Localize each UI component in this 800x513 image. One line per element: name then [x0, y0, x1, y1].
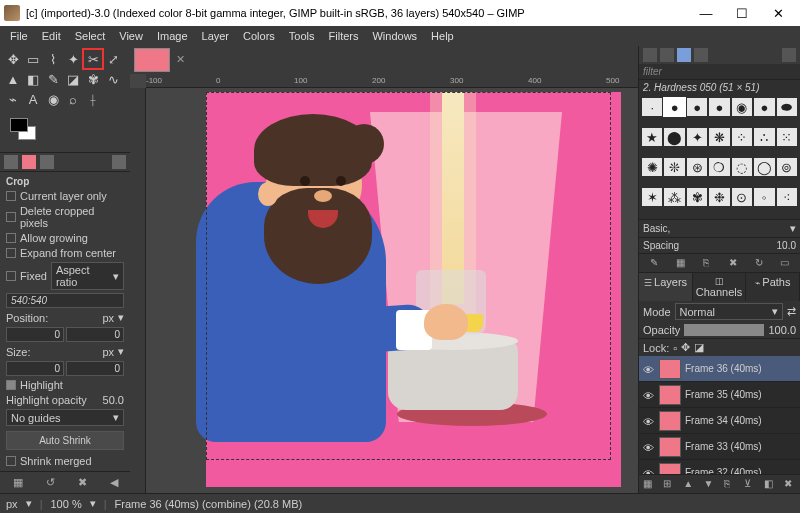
- auto-shrink-button[interactable]: Auto Shrink: [6, 431, 124, 450]
- close-button[interactable]: ✕: [760, 0, 796, 26]
- brush-item[interactable]: ·: [642, 98, 662, 116]
- reset-options-icon[interactable]: ◀: [110, 476, 118, 489]
- menu-layer[interactable]: Layer: [196, 28, 236, 44]
- mode-dropdown[interactable]: Normal▾: [675, 303, 783, 320]
- layer-name[interactable]: Frame 32 (40ms): [685, 467, 796, 474]
- chk-expand-center[interactable]: [6, 248, 16, 258]
- pos-y-input[interactable]: 0: [66, 327, 124, 342]
- layer-row[interactable]: 👁Frame 36 (40ms): [639, 356, 800, 382]
- measure-tool[interactable]: ⟊: [84, 90, 102, 108]
- menu-view[interactable]: View: [113, 28, 149, 44]
- brush-item[interactable]: ⊚: [777, 158, 797, 176]
- pencil-tool[interactable]: ✎: [44, 70, 62, 88]
- crop-tool[interactable]: ✂: [84, 50, 102, 68]
- brush-preset-dropdown[interactable]: Basic,: [643, 223, 786, 234]
- refresh-brush-icon[interactable]: ↻: [753, 257, 765, 269]
- ratio-input[interactable]: 540:540: [6, 293, 124, 308]
- menu-tools[interactable]: Tools: [283, 28, 321, 44]
- delete-options-icon[interactable]: ✖: [78, 476, 87, 489]
- lock-alpha-icon[interactable]: ◪: [694, 341, 704, 354]
- menu-file[interactable]: File: [4, 28, 34, 44]
- lock-position-icon[interactable]: ✥: [681, 341, 690, 354]
- tab-channels[interactable]: ◫ Channels: [693, 273, 747, 301]
- device-status-tab-icon[interactable]: [22, 155, 36, 169]
- layer-name[interactable]: Frame 34 (40ms): [685, 415, 796, 426]
- chk-fixed[interactable]: [6, 271, 16, 281]
- brush-item[interactable]: ❋: [709, 128, 729, 146]
- mode-switch-icon[interactable]: ⇄: [787, 305, 796, 318]
- brush-item[interactable]: ⬬: [777, 98, 797, 116]
- fg-swatch[interactable]: [10, 118, 28, 132]
- menu-edit[interactable]: Edit: [36, 28, 67, 44]
- color-picker-tool[interactable]: ◉: [44, 90, 62, 108]
- close-tab-icon[interactable]: ✕: [176, 53, 185, 66]
- brush-item[interactable]: ⁂: [664, 188, 684, 206]
- brush-item[interactable]: ✶: [642, 188, 662, 206]
- brush-item[interactable]: ⬤: [664, 128, 684, 146]
- brush-item[interactable]: ●: [754, 98, 774, 116]
- spacing-value[interactable]: 10.0: [777, 240, 796, 251]
- layer-row[interactable]: 👁Frame 34 (40ms): [639, 408, 800, 434]
- restore-options-icon[interactable]: ↺: [46, 476, 55, 489]
- eraser-tool[interactable]: ◪: [64, 70, 82, 88]
- opacity-value[interactable]: 100.0: [768, 324, 796, 336]
- dock-menu-icon[interactable]: [782, 48, 796, 62]
- tab-layers[interactable]: ☰ Layers: [639, 273, 693, 301]
- menu-select[interactable]: Select: [69, 28, 112, 44]
- menu-help[interactable]: Help: [425, 28, 460, 44]
- brush-item[interactable]: ⁘: [732, 128, 752, 146]
- zoom-tool[interactable]: ⌕: [64, 90, 82, 108]
- new-group-icon[interactable]: ⊞: [663, 478, 675, 490]
- fuzzy-select-tool[interactable]: ✦: [64, 50, 82, 68]
- image-tab[interactable]: ✕: [134, 48, 170, 72]
- smudge-tool[interactable]: ∿: [104, 70, 122, 88]
- brush-item[interactable]: ⁖: [777, 188, 797, 206]
- canvas[interactable]: [146, 88, 638, 493]
- layer-row[interactable]: 👁Frame 33 (40ms): [639, 434, 800, 460]
- tab-paths[interactable]: ⌁ Paths: [746, 273, 800, 301]
- free-select-tool[interactable]: ⌇: [44, 50, 62, 68]
- fonts-tab-icon[interactable]: [677, 48, 691, 62]
- brush-item[interactable]: ✾: [687, 188, 707, 206]
- delete-layer-icon[interactable]: ✖: [784, 478, 796, 490]
- status-unit-dropdown[interactable]: px: [6, 498, 18, 510]
- history-tab-icon[interactable]: [694, 48, 708, 62]
- layer-row[interactable]: 👁Frame 32 (40ms): [639, 460, 800, 474]
- brush-item[interactable]: ❊: [664, 158, 684, 176]
- menu-filters[interactable]: Filters: [323, 28, 365, 44]
- brush-item[interactable]: ✦: [687, 128, 707, 146]
- fg-bg-color[interactable]: [4, 118, 44, 146]
- brush-item[interactable]: ◯: [754, 158, 774, 176]
- layer-row[interactable]: 👁Frame 35 (40ms): [639, 382, 800, 408]
- visibility-icon[interactable]: 👁: [643, 390, 655, 400]
- text-tool[interactable]: A: [24, 90, 42, 108]
- brush-item[interactable]: ❍: [709, 158, 729, 176]
- duplicate-brush-icon[interactable]: ⎘: [700, 257, 712, 269]
- chk-current-layer[interactable]: [6, 191, 16, 201]
- layer-name[interactable]: Frame 35 (40ms): [685, 389, 796, 400]
- brush-filter-input[interactable]: filter: [639, 64, 800, 79]
- move-tool[interactable]: ✥: [4, 50, 22, 68]
- brushes-tab-icon[interactable]: [643, 48, 657, 62]
- minimize-button[interactable]: —: [688, 0, 724, 26]
- chk-allow-growing[interactable]: [6, 233, 16, 243]
- menu-colors[interactable]: Colors: [237, 28, 281, 44]
- pos-x-input[interactable]: 0: [6, 327, 64, 342]
- brush-item[interactable]: ⊙: [732, 188, 752, 206]
- duplicate-layer-icon[interactable]: ⎘: [724, 478, 736, 490]
- save-options-icon[interactable]: ▦: [13, 476, 23, 489]
- layer-name[interactable]: Frame 33 (40ms): [685, 441, 796, 452]
- new-brush-icon[interactable]: ▦: [674, 257, 686, 269]
- chk-shrink-merged[interactable]: [6, 456, 16, 466]
- aspect-dropdown[interactable]: Aspect ratio▾: [51, 262, 124, 290]
- clone-tool[interactable]: ✾: [84, 70, 102, 88]
- brush-item[interactable]: ✺: [642, 158, 662, 176]
- visibility-icon[interactable]: 👁: [643, 442, 655, 452]
- delete-brush-icon[interactable]: ✖: [727, 257, 739, 269]
- status-zoom-dropdown[interactable]: 100 %: [50, 498, 81, 510]
- lower-layer-icon[interactable]: ▼: [703, 478, 715, 490]
- visibility-icon[interactable]: 👁: [643, 364, 655, 374]
- path-tool[interactable]: ⌁: [4, 90, 22, 108]
- brush-item[interactable]: ●: [687, 98, 707, 116]
- chevron-down-icon[interactable]: ▾: [118, 345, 124, 358]
